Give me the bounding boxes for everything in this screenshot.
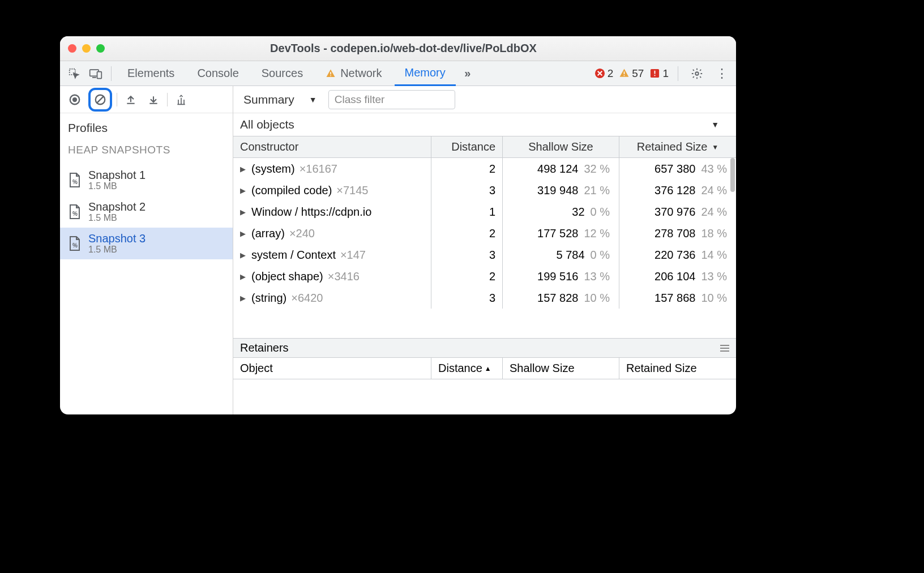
tabstrip: Elements Console Sources Network Memory … [60,61,736,86]
view-dropdown[interactable]: Summary▼ [240,91,320,109]
svg-line-16 [97,96,104,103]
snapshot-file-icon: % [68,172,82,188]
retainers-menu-icon[interactable] [720,345,729,352]
tab-console[interactable]: Console [187,61,249,86]
snapshot-file-icon: % [68,204,82,220]
constructor-table: Constructor Distance Shallow Size Retain… [233,136,736,414]
col-shallow[interactable]: Shallow Size [503,136,619,157]
table-row[interactable]: ▶(string)×6420 3 157 82810 % 157 86810 % [233,287,736,309]
issue-icon [649,68,660,79]
svg-rect-10 [654,71,656,74]
kebab-icon[interactable]: ⋮ [712,64,732,83]
table-row[interactable]: ▶Window / https://cdpn.io 1 320 % 370 97… [233,201,736,223]
table-row[interactable]: ▶system / Context×147 3 5 7840 % 220 736… [233,244,736,266]
main-panel: Summary▼ Class filter All objects▼ Const… [233,86,736,414]
snapshot-file-icon: % [68,236,82,251]
snapshot-size: 1.5 MB [88,181,146,191]
upload-icon[interactable] [122,91,140,109]
tab-sources[interactable]: Sources [251,61,313,86]
content: Profiles HEAP SNAPSHOTS % Snapshot 1 1.5… [60,86,736,414]
snapshot-size: 1.5 MB [88,213,146,223]
inspect-icon[interactable] [65,64,84,83]
settings-icon[interactable] [687,64,707,83]
device-toggle-icon[interactable] [86,64,105,83]
more-tabs-icon[interactable]: » [458,64,477,83]
ret-col-shallow[interactable]: Shallow Size [503,358,619,379]
snapshot-item[interactable]: % Snapshot 1 1.5 MB [60,164,233,196]
svg-rect-5 [330,75,331,76]
close-icon[interactable] [68,44,76,53]
table-row[interactable]: ▶(array)×240 2 177 52812 % 278 70818 % [233,223,736,244]
svg-text:%: % [72,179,78,185]
record-icon[interactable] [66,91,84,109]
gc-icon[interactable] [172,91,190,109]
ret-col-retained[interactable]: Retained Size [619,358,736,379]
retainers-panel: Retainers Object Distance Shallow Size R… [233,338,736,414]
main-toolbar: Summary▼ Class filter [233,86,736,113]
sidebar-toolbar [60,86,233,113]
scrollbar[interactable] [730,158,735,192]
error-icon [594,68,605,79]
col-retained[interactable]: Retained Size [619,136,736,157]
col-distance[interactable]: Distance [431,136,503,157]
profiles-heading: Profiles [68,121,233,135]
snapshot-item[interactable]: % Snapshot 3 1.5 MB [60,228,233,259]
snapshot-item[interactable]: % Snapshot 2 1.5 MB [60,196,233,228]
svg-point-12 [695,72,699,75]
svg-text:%: % [72,211,78,217]
svg-point-14 [72,97,77,101]
warning-icon [326,69,336,79]
svg-rect-11 [654,75,656,76]
sidebar: Profiles HEAP SNAPSHOTS % Snapshot 1 1.5… [60,86,233,414]
minimize-icon[interactable] [82,44,91,53]
heap-snapshots-heading: HEAP SNAPSHOTS [68,144,233,156]
scope-dropdown[interactable]: All objects▼ [233,113,736,136]
titlebar: DevTools - codepen.io/web-dot-dev/live/P… [60,36,736,61]
snapshot-name: Snapshot 2 [88,200,146,213]
issues-badge[interactable]: 1 [649,67,669,80]
tab-network[interactable]: Network [315,61,392,86]
svg-rect-4 [330,72,331,75]
col-constructor[interactable]: Constructor [233,136,431,157]
maximize-icon[interactable] [96,44,105,53]
snapshot-name: Snapshot 3 [88,232,146,245]
table-row[interactable]: ▶(system)×16167 2 498 12432 % 657 38043 … [233,158,736,179]
snapshot-name: Snapshot 1 [88,169,146,181]
svg-rect-8 [624,75,625,76]
tab-memory[interactable]: Memory [395,61,456,86]
devtools-window: DevTools - codepen.io/web-dot-dev/live/P… [60,36,736,414]
tab-elements[interactable]: Elements [117,61,185,86]
table-row[interactable]: ▶(object shape)×3416 2 199 51613 % 206 1… [233,266,736,287]
download-icon[interactable] [144,91,162,109]
svg-rect-7 [624,71,625,74]
svg-rect-3 [97,71,102,78]
warnings-badge[interactable]: 57 [619,67,644,80]
warning-icon [619,68,630,79]
class-filter-input[interactable]: Class filter [328,90,455,109]
svg-text:%: % [72,242,78,249]
retainers-title: Retainers [240,341,289,354]
errors-badge[interactable]: 2 [594,67,614,80]
snapshot-size: 1.5 MB [88,245,146,255]
table-row[interactable]: ▶(compiled code)×7145 3 319 94821 % 376 … [233,179,736,201]
clear-icon[interactable] [88,88,112,112]
traffic-lights [68,44,105,53]
ret-col-distance[interactable]: Distance [431,358,503,379]
window-title: DevTools - codepen.io/web-dot-dev/live/P… [113,42,694,55]
ret-col-object[interactable]: Object [233,358,431,379]
